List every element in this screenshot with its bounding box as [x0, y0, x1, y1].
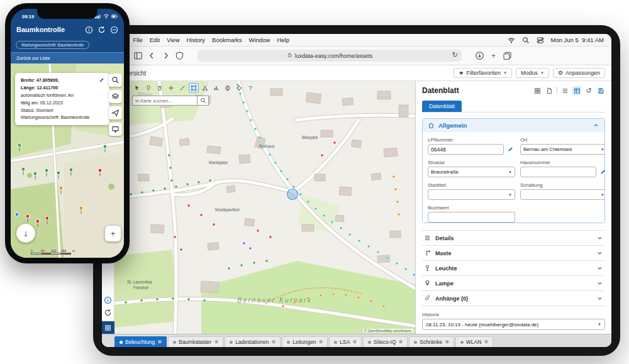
layer-tab-schraenke[interactable]: Schränke⊗ — [409, 336, 454, 347]
pencil-icon[interactable] — [98, 76, 106, 84]
lpnummer-input[interactable] — [428, 144, 504, 155]
selected-asset-marker[interactable] — [287, 189, 298, 200]
search-icon[interactable] — [109, 74, 122, 87]
map-search — [132, 96, 209, 106]
control-center-icon[interactable] — [537, 36, 544, 44]
strasse-select[interactable]: Braunstraße▼ — [428, 167, 515, 177]
layer-tab-beleuchtung[interactable]: Beleuchtung⊗ — [114, 336, 167, 347]
info-icon[interactable] — [104, 296, 112, 304]
menu-item-bookmarks[interactable]: Bookmarks — [212, 36, 242, 43]
print-icon[interactable] — [223, 83, 233, 92]
measure-icon[interactable] — [177, 83, 187, 92]
pin-icon[interactable] — [143, 83, 153, 92]
menu-item-history[interactable]: History — [187, 36, 206, 43]
close-icon[interactable]: ⊗ — [319, 339, 323, 345]
refresh-icon[interactable] — [97, 26, 106, 34]
menu-item-view[interactable]: View — [167, 36, 179, 43]
modus-button[interactable]: Modus▼ — [516, 68, 549, 78]
filter-chip[interactable]: Wartungsvorschrift: Baumkontrolle — [16, 41, 89, 49]
section-details[interactable]: Details — [422, 231, 605, 246]
close-icon[interactable]: ⊗ — [157, 339, 162, 345]
address-bar[interactable]: luxdata-easy.com/home/assets ↻ — [198, 50, 462, 62]
document-icon[interactable] — [545, 86, 554, 95]
logout-icon[interactable] — [110, 26, 118, 34]
layer-tab-lsa[interactable]: LSA⊗ — [329, 336, 362, 347]
menu-item-help[interactable]: Help — [277, 36, 289, 43]
pointer-icon[interactable] — [132, 83, 142, 92]
close-icon[interactable]: ⊗ — [445, 339, 449, 345]
stadtteil-select[interactable]: ▼ — [428, 189, 515, 200]
menu-item-file[interactable]: File — [133, 36, 142, 43]
table-icon[interactable] — [572, 86, 581, 95]
close-icon[interactable]: ⊗ — [399, 339, 403, 345]
close-icon[interactable]: ⊗ — [352, 339, 357, 345]
close-icon[interactable]: ⊗ — [214, 339, 218, 345]
navigate-icon[interactable] — [109, 106, 122, 119]
layer-tab-baumkataster[interactable]: Baumkataster⊗ — [168, 336, 223, 347]
info-icon[interactable] — [85, 26, 93, 34]
section-maste[interactable]: Maste — [422, 246, 605, 261]
phone-map[interactable]: Breite: 47.805899, Länge: 12.411700 auto… — [11, 63, 124, 258]
panel-tabs: Datenblatt — [422, 99, 605, 113]
pencil-icon[interactable] — [506, 145, 515, 154]
reload-icon[interactable]: ↻ — [452, 51, 458, 59]
undo-icon[interactable]: ↺ — [584, 86, 593, 95]
map-search-input[interactable] — [132, 96, 198, 106]
new-tab-icon[interactable]: + — [489, 51, 498, 60]
sidebar-icon[interactable] — [133, 51, 143, 60]
help-icon[interactable]: ? — [245, 83, 255, 92]
menu-grid-icon[interactable] — [102, 321, 114, 334]
delete-icon[interactable] — [155, 83, 165, 92]
history-icon[interactable] — [104, 309, 112, 317]
hausnummer-input[interactable] — [520, 167, 596, 177]
schaltung-select[interactable]: ▼ — [520, 189, 605, 200]
ort-select[interactable]: Bernau am Chiemsee▼ — [520, 144, 605, 155]
map-canvas[interactable]: Rathaus Marktplatz Bikepark Musikpavillo… — [114, 81, 415, 334]
cut-icon[interactable] — [200, 83, 210, 92]
screen-icon[interactable] — [109, 123, 122, 136]
back-to-list-button[interactable]: Zurück zur Liste — [11, 52, 124, 63]
pencil-icon[interactable] — [598, 167, 605, 177]
layer-tab-ladestationen[interactable]: Ladestationen⊗ — [225, 336, 281, 347]
add-button[interactable]: + — [105, 226, 121, 241]
section-leuchte[interactable]: Leuchte — [422, 261, 605, 276]
chevron-down-icon — [596, 265, 603, 272]
back-icon[interactable] — [147, 51, 157, 60]
map-search-button[interactable] — [198, 96, 209, 106]
grid-icon[interactable] — [533, 86, 542, 95]
move-icon[interactable] — [166, 83, 176, 92]
save-icon[interactable] — [596, 86, 605, 95]
section-anhaenge[interactable]: Anhänge (0) — [422, 291, 605, 306]
close-icon[interactable]: ⊗ — [484, 339, 488, 345]
locate-icon[interactable] — [234, 83, 244, 92]
search-icon[interactable] — [522, 36, 530, 44]
section-lampe[interactable]: Lampe — [422, 276, 605, 291]
layer-tab-siteco-iq[interactable]: Siteco-IQ⊗ — [363, 336, 408, 347]
map-container[interactable]: Rathaus Marktplatz Bikepark Musikpavillo… — [114, 81, 415, 334]
layers-icon[interactable] — [109, 90, 122, 103]
buchwert-input[interactable] — [428, 212, 515, 223]
shield-icon[interactable] — [175, 51, 184, 60]
tabs-overview-icon[interactable] — [503, 51, 512, 60]
layer-icon — [230, 341, 233, 344]
tab-datenblatt[interactable]: Datenblatt — [422, 101, 462, 112]
section-allgemein-header[interactable]: Allgemein — [423, 119, 604, 132]
wifi-icon[interactable] — [508, 36, 515, 44]
layer-tab-leitungen[interactable]: Leitungen⊗ — [282, 336, 328, 347]
draw-polygon-icon[interactable] — [189, 83, 199, 92]
download-button[interactable]: ↓ — [16, 224, 35, 243]
filter-favorites-button[interactable]: ★Filterfavoriten▼ — [454, 68, 512, 78]
menu-bar: Safari File Edit View History Bookmarks … — [102, 34, 611, 47]
forward-icon[interactable] — [161, 51, 170, 60]
card-status: Status: Storniert — [21, 107, 104, 114]
anpassungen-button[interactable]: ⚙Anpassungen — [553, 68, 605, 78]
menu-clock[interactable]: Mon Jun 5 9:41 AM — [551, 36, 604, 43]
menu-item-edit[interactable]: Edit — [150, 36, 160, 43]
rows-icon[interactable] — [560, 86, 569, 95]
historie-select[interactable]: 28.11.23, 10:19 - heute (muehlberger@six… — [422, 319, 605, 330]
layer-tab-wlan[interactable]: WLAN⊗ — [455, 336, 493, 347]
chart-icon[interactable] — [211, 83, 221, 92]
close-icon[interactable]: ⊗ — [272, 339, 276, 345]
menu-item-window[interactable]: Window — [249, 36, 270, 43]
downloads-icon[interactable] — [475, 51, 484, 60]
